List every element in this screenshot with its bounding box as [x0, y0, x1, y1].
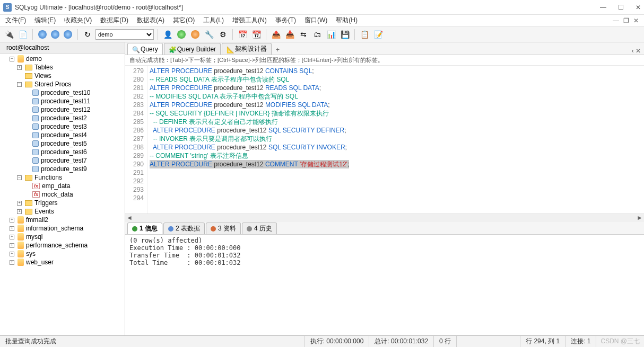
db-item[interactable]: +fmmall2: [10, 216, 125, 224]
menu-advtools[interactable]: 增强工具(N): [232, 16, 267, 25]
tab-schema-designer[interactable]: 📐架构设计器: [222, 43, 272, 55]
mdi-close-button[interactable]: ✕: [633, 17, 639, 24]
rtab-profile[interactable]: 3 资料: [206, 223, 241, 234]
close-button[interactable]: ✕: [636, 4, 641, 11]
rtab-info[interactable]: 1 信息: [127, 223, 162, 234]
horizontal-scrollbar[interactable]: ◄ ►: [125, 213, 644, 222]
sql-editor[interactable]: 2792802812822832842852862872882892902912…: [125, 66, 644, 213]
expand-icon[interactable]: +: [10, 260, 14, 265]
menu-favorites[interactable]: 收藏夹(V): [64, 16, 92, 25]
function-item[interactable]: fxemp_data: [24, 182, 125, 190]
tab-query-builder[interactable]: 🧩Query Builder: [164, 43, 221, 55]
folder-events[interactable]: +Events: [17, 207, 125, 216]
new-editor-icon[interactable]: 📄: [17, 29, 29, 40]
scroll-left-icon[interactable]: ◄: [125, 214, 134, 222]
folder-triggers[interactable]: +Triggers: [17, 199, 125, 207]
user-icon[interactable]: 👤: [162, 29, 173, 40]
proc-item[interactable]: procedure_test11: [24, 97, 125, 105]
calendar2-icon[interactable]: 📆: [250, 29, 262, 40]
proc-item[interactable]: procedure_test6: [24, 148, 125, 156]
execute-all-icon[interactable]: [49, 29, 61, 40]
proc-item[interactable]: procedure_test9: [24, 165, 125, 173]
mdi-minimize-button[interactable]: —: [613, 17, 619, 24]
minimize-button[interactable]: —: [600, 4, 606, 11]
scroll-right-icon[interactable]: ►: [636, 214, 644, 222]
expand-icon[interactable]: +: [17, 201, 22, 206]
expand-icon[interactable]: +: [17, 209, 22, 214]
calendar-icon[interactable]: 📅: [237, 29, 248, 40]
menu-edit[interactable]: 编辑(E): [34, 16, 56, 25]
import-icon[interactable]: 📥: [284, 29, 295, 40]
tool-icon[interactable]: [189, 29, 201, 40]
code-area[interactable]: ALTER PROCEDURE procedure_test12 CONTAIN…: [147, 66, 644, 213]
db-item[interactable]: +mysql: [10, 233, 125, 241]
rtab-history[interactable]: 4 历史: [242, 223, 277, 234]
menu-file[interactable]: 文件(F): [5, 16, 26, 25]
expand-icon[interactable]: +: [10, 226, 14, 231]
proc-item[interactable]: procedure_test10: [24, 88, 125, 97]
menu-database[interactable]: 数据库(D): [100, 16, 128, 25]
backup-icon[interactable]: 💾: [339, 29, 351, 40]
connection-header[interactable]: root@localhost: [0, 42, 125, 54]
collapse-icon[interactable]: −: [17, 82, 22, 87]
db-label: mysql: [26, 233, 42, 241]
menu-help[interactable]: 帮助(H): [336, 16, 358, 25]
proc-item[interactable]: procedure_test12: [24, 105, 125, 114]
db-item[interactable]: +web_user: [10, 258, 125, 266]
folder-icon: [25, 175, 32, 181]
close-tabs-icon[interactable]: ‹ ✕: [632, 47, 641, 55]
collapse-icon[interactable]: −: [10, 57, 14, 61]
mdi-restore-button[interactable]: ❐: [623, 17, 629, 24]
proc-item[interactable]: procedure_test3: [24, 122, 125, 131]
function-item[interactable]: fxmock_data: [24, 190, 125, 199]
proc-item[interactable]: procedure_test2: [24, 114, 125, 122]
folder-tables[interactable]: +Tables: [17, 63, 125, 72]
tool2-icon[interactable]: 🔧: [203, 29, 215, 40]
menu-tools[interactable]: 工具(L): [203, 16, 224, 25]
execute-icon[interactable]: [37, 29, 48, 40]
status-rows: 0 行: [434, 336, 457, 347]
add-tab-button[interactable]: +: [273, 45, 283, 55]
database-selector[interactable]: demo: [95, 29, 154, 40]
expand-icon[interactable]: +: [10, 243, 14, 248]
procedure-icon: [32, 132, 39, 138]
separator: [232, 29, 233, 40]
expand-icon[interactable]: +: [10, 252, 14, 256]
maximize-button[interactable]: ☐: [618, 4, 624, 11]
stop-icon[interactable]: [176, 29, 187, 40]
sync-icon[interactable]: ⇆: [298, 29, 309, 40]
schema-icon[interactable]: 🗂: [311, 29, 323, 40]
db-item[interactable]: +sys: [10, 250, 125, 258]
scroll-track[interactable]: [134, 214, 636, 222]
folder-functions[interactable]: −Functions: [17, 173, 125, 182]
db-demo[interactable]: −demo: [10, 55, 125, 63]
proc-item[interactable]: procedure_test7: [24, 156, 125, 165]
compare-icon[interactable]: 📊: [325, 29, 337, 40]
folder-views[interactable]: Views: [17, 72, 125, 80]
execute-explain-icon[interactable]: [62, 29, 74, 40]
menu-window[interactable]: 窗口(W): [304, 16, 327, 25]
folder-stored-procs[interactable]: −Stored Procs: [17, 80, 125, 88]
export-icon[interactable]: 📤: [270, 29, 282, 40]
copy-icon[interactable]: 📋: [359, 29, 370, 40]
proc-item[interactable]: procedure_test5: [24, 139, 125, 148]
rtab-tabledata[interactable]: 2 表数据: [163, 223, 205, 234]
collapse-icon[interactable]: −: [17, 175, 22, 180]
new-connection-icon[interactable]: 🔌: [3, 29, 15, 40]
refresh-icon[interactable]: ↻: [82, 29, 93, 40]
options-icon[interactable]: 📝: [372, 29, 384, 40]
menu-other[interactable]: 其它(O): [173, 16, 195, 25]
expand-icon[interactable]: +: [10, 235, 14, 239]
expand-icon[interactable]: +: [17, 65, 22, 70]
history-icon: [247, 226, 252, 232]
proc-item[interactable]: procedure_test4: [24, 131, 125, 139]
db-item[interactable]: +information_schema: [10, 224, 125, 233]
db-item[interactable]: +performance_schema: [10, 241, 125, 250]
menu-table[interactable]: 数据表(A): [137, 16, 164, 25]
gear-icon[interactable]: ⚙: [217, 29, 229, 40]
expand-icon[interactable]: +: [10, 218, 14, 223]
results-pane[interactable]: (0 row(s) affected) Execution Time : 00:…: [125, 235, 644, 335]
menu-transaction[interactable]: 事务(T): [275, 16, 296, 25]
connection-label: root@localhost: [6, 44, 49, 51]
tab-query[interactable]: 🔍Query: [127, 43, 163, 55]
